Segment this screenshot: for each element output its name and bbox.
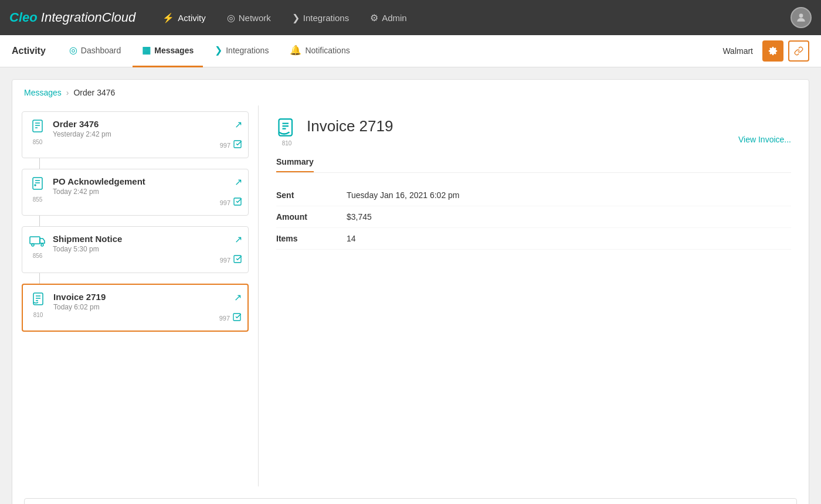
tab-dashboard-label: Dashboard (81, 46, 121, 55)
invoice-expand-icon[interactable]: ↗ (234, 292, 242, 303)
order-badge: 850 (33, 139, 43, 145)
order-icon (30, 119, 45, 137)
dashboard-icon: ◎ (69, 45, 77, 56)
notifications-icon: 🔔 (290, 45, 301, 56)
network-icon: ◎ (227, 12, 235, 23)
flow-panel: ERP Jan 7, 2021 6:01 pm ✓ Transform iDoc… (24, 498, 797, 504)
svg-rect-5 (234, 141, 241, 148)
summary-row-items: Items 14 (276, 228, 791, 250)
svg-rect-1 (33, 120, 42, 132)
svg-point-9 (35, 185, 36, 186)
admin-icon: ⚙ (370, 12, 378, 23)
svg-rect-11 (30, 237, 40, 244)
svg-rect-14 (234, 256, 241, 263)
invoice-tabs: Summary (276, 152, 791, 173)
order-check-icon (233, 139, 242, 151)
main-content: Messages › Order 3476 850 (0, 67, 821, 504)
order-count: 997 (220, 142, 230, 149)
invoice-header: 810 Invoice 2719 (276, 117, 791, 147)
nav-network-label: Network (239, 13, 271, 23)
po-title: PO Acknowledgement (53, 176, 145, 186)
shipment-time: Today 5:30 pm (53, 245, 122, 253)
tab-messages-label: Messages (154, 46, 194, 55)
svg-point-12 (32, 244, 34, 246)
nav-admin[interactable]: ⚙ Admin (362, 8, 415, 28)
summary-row-amount: Amount $3,745 (276, 206, 791, 228)
order-expand-icon[interactable]: ↗ (235, 119, 242, 130)
tab-notifications[interactable]: 🔔 Notifications (280, 35, 359, 67)
message-item-order-3476[interactable]: 850 Order 3476 Yesterday 2:42 pm ↗ 997 (22, 111, 249, 158)
tab-summary[interactable]: Summary (276, 152, 314, 172)
amount-label: Amount (276, 212, 347, 222)
svg-rect-10 (234, 198, 241, 205)
svg-point-0 (799, 13, 803, 18)
invoice-list-time: Today 6:02 pm (53, 303, 106, 311)
main-card: Messages › Order 3476 850 (12, 79, 809, 504)
message-item-shipment[interactable]: 856 Shipment Notice Today 5:30 pm ↗ 997 (22, 226, 249, 273)
tab-integrations[interactable]: ❯ Integrations (205, 35, 278, 67)
invoice-count: 997 (219, 315, 230, 322)
nav-activity-label: Activity (178, 13, 206, 23)
order-title: Order 3476 (53, 119, 111, 129)
amount-value: $3,745 (347, 212, 372, 222)
po-check-icon (233, 197, 242, 208)
integrations-nav-icon: ❯ (292, 12, 300, 23)
connector-1 (39, 158, 40, 169)
shipment-expand-icon[interactable]: ↗ (235, 234, 242, 245)
top-navigation: Cleo IntegrationCloud ⚡ Activity ◎ Netwo… (0, 0, 821, 35)
invoice-title: Invoice 2719 (307, 117, 393, 135)
connector-2 (39, 216, 40, 226)
po-expand-icon[interactable]: ↗ (235, 176, 242, 188)
activity-icon: ⚡ (162, 12, 174, 23)
summary-row-sent: Sent Tuesday Jan 16, 2021 6:02 pm (276, 185, 791, 206)
breadcrumb-parent[interactable]: Messages (24, 88, 62, 97)
nav-admin-label: Admin (382, 13, 407, 23)
tab-dashboard[interactable]: ◎ Dashboard (60, 35, 131, 67)
tab-notifications-label: Notifications (305, 46, 350, 55)
invoice-check-icon (232, 312, 242, 323)
content-layout: 850 Order 3476 Yesterday 2:42 pm ↗ 997 (12, 105, 809, 486)
po-time: Today 2:42 pm (53, 188, 145, 196)
po-count: 997 (220, 199, 230, 206)
nav-integrations-label: Integrations (303, 13, 349, 23)
message-item-invoice[interactable]: 810 Invoice 2719 Today 6:02 pm ↗ 997 (22, 284, 249, 332)
invoice-list-icon (31, 292, 45, 309)
breadcrumb: Messages › Order 3476 (12, 80, 809, 105)
tab-messages[interactable]: ▦ Messages (133, 35, 203, 67)
sent-label: Sent (276, 190, 347, 200)
shipment-icon (29, 234, 46, 250)
invoice-detail-badge: 810 (282, 140, 292, 147)
nav-activity[interactable]: ⚡ Activity (154, 8, 214, 28)
integrations-tab-icon: ❯ (215, 45, 222, 56)
settings-button[interactable] (762, 40, 783, 62)
avatar[interactable] (791, 7, 812, 28)
logo: Cleo IntegrationCloud (9, 10, 135, 25)
right-panel: 810 Invoice 2719 View Invoice... Summary… (259, 105, 809, 486)
items-label: Items (276, 234, 347, 243)
connector-3 (39, 273, 40, 284)
svg-rect-19 (233, 314, 240, 321)
shipment-check-icon (233, 254, 242, 265)
link-button[interactable] (788, 40, 809, 62)
nav-integrations[interactable]: ❯ Integrations (284, 8, 357, 28)
po-badge: 855 (33, 196, 43, 203)
shipment-title: Shipment Notice (53, 234, 122, 244)
breadcrumb-separator: › (66, 88, 69, 97)
nav-network[interactable]: ◎ Network (219, 8, 279, 28)
tab-integrations-label: Integrations (226, 46, 269, 55)
invoice-badge: 810 (33, 312, 43, 318)
shipment-badge: 856 (33, 253, 43, 259)
invoice-list-title: Invoice 2719 (53, 292, 106, 302)
sub-navigation: Activity ◎ Dashboard ▦ Messages ❯ Integr… (0, 35, 821, 67)
order-time: Yesterday 2:42 pm (53, 130, 111, 138)
invoice-detail-icon (276, 117, 297, 140)
svg-point-13 (41, 244, 43, 246)
sent-value: Tuesday Jan 16, 2021 6:02 pm (347, 190, 460, 200)
svg-rect-6 (33, 178, 42, 189)
messages-icon: ▦ (142, 45, 151, 56)
shipment-count: 997 (220, 257, 230, 264)
view-invoice-link[interactable]: View Invoice... (738, 135, 791, 144)
message-item-po-ack[interactable]: 855 PO Acknowledgement Today 2:42 pm ↗ 9… (22, 169, 249, 216)
nav-items: ⚡ Activity ◎ Network ❯ Integrations ⚙ Ad… (154, 8, 415, 28)
breadcrumb-current: Order 3476 (73, 88, 115, 97)
